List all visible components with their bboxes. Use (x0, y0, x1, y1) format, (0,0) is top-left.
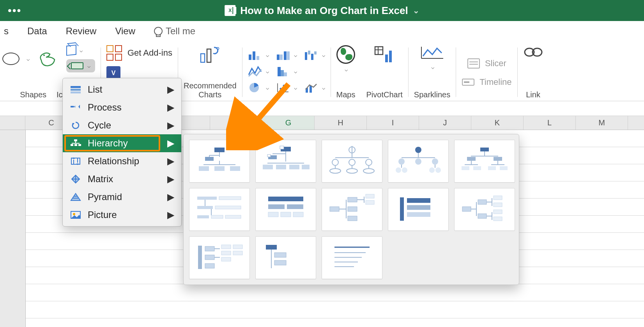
svg-rect-151 (478, 200, 487, 204)
bar-chart-button[interactable]: ⌵ (276, 49, 297, 61)
maps-button[interactable]: ⌵ Maps (331, 44, 361, 101)
lined-list-thumb[interactable] (322, 236, 382, 279)
col-i[interactable]: I (367, 116, 419, 130)
svg-rect-4 (249, 54, 251, 60)
half-circle-org-thumb[interactable] (388, 140, 449, 183)
svg-rect-2 (207, 49, 211, 62)
menu-pyramid[interactable]: Pyramid▶ (63, 188, 181, 206)
menu-relationship[interactable]: Relationship▶ (63, 152, 181, 170)
tab-view[interactable]: View (115, 26, 135, 37)
addins-icon[interactable] (106, 45, 122, 61)
svg-rect-22 (311, 54, 313, 60)
chevron-down-icon[interactable]: ⌵ (27, 56, 30, 62)
svg-point-59 (73, 213, 75, 215)
area-chart-button[interactable]: ⌵ (276, 65, 297, 77)
more-menu-icon[interactable]: ••• (8, 4, 21, 17)
menu-picture[interactable]: Picture▶ (63, 206, 181, 224)
document-title[interactable]: How to Make an Org Chart in Excel (240, 5, 408, 17)
labeled-hierarchy-thumb[interactable] (189, 188, 250, 231)
shapes-button[interactable] (0, 48, 22, 70)
addins-label[interactable]: Get Add-ins (127, 48, 172, 58)
slicer-icon (467, 58, 480, 69)
smartart-button[interactable]: ⌵ (66, 59, 95, 72)
pie-chart-button[interactable]: ⌵ (248, 82, 269, 93)
vertical-box-list-thumb[interactable] (255, 236, 316, 279)
tab-partial[interactable]: s (4, 26, 9, 37)
oval-icon (2, 53, 19, 65)
svg-point-99 (432, 158, 438, 165)
svg-rect-41 (71, 89, 81, 91)
svg-rect-80 (302, 165, 310, 169)
chevron-down-icon[interactable]: ⌵ (80, 47, 83, 53)
recommended-charts[interactable]: ? Recommended Charts (178, 44, 242, 101)
org-chart-thumb[interactable] (189, 140, 250, 183)
select-all-corner[interactable] (0, 116, 25, 130)
title-chevron-icon[interactable]: ⌄ (413, 6, 419, 15)
hierarchy-thumb[interactable] (454, 140, 515, 183)
svg-rect-12 (278, 67, 281, 76)
svg-rect-71 (280, 146, 284, 149)
horizontal-hierarchy-thumb[interactable] (388, 188, 449, 231)
svg-rect-142 (366, 194, 374, 198)
tell-me[interactable]: Tell me (154, 26, 195, 37)
svg-rect-134 (330, 207, 339, 211)
sparklines-button[interactable]: ⌵ Sparklines (409, 44, 456, 101)
svg-rect-10 (284, 51, 287, 60)
svg-rect-6 (257, 56, 259, 60)
col-m[interactable]: M (576, 116, 628, 130)
3d-models-icon[interactable] (66, 45, 76, 56)
tab-review[interactable]: Review (66, 26, 97, 37)
name-title-org-thumb[interactable] (322, 140, 382, 183)
submenu-arrow-icon: ▶ (167, 192, 174, 202)
pivotchart-button[interactable]: PivotChart (361, 44, 408, 101)
svg-point-104 (429, 167, 435, 173)
link-button[interactable]: Link (518, 44, 549, 101)
menu-process[interactable]: Process▶ (63, 98, 181, 116)
svg-rect-128 (268, 197, 303, 201)
lightbulb-icon (154, 27, 163, 35)
horizontal-labeled-thumb[interactable] (189, 236, 250, 279)
svg-rect-49 (78, 144, 81, 146)
picture-org-chart-thumb[interactable] (255, 140, 316, 183)
svg-rect-21 (308, 51, 310, 54)
combo-chart-button[interactable]: ⌵ (304, 82, 325, 93)
timeline-button[interactable]: Timeline (462, 77, 511, 88)
svg-rect-127 (225, 215, 241, 218)
horizontal-multi-level-thumb[interactable] (454, 188, 515, 231)
col-h[interactable]: H (315, 116, 367, 130)
icons-button[interactable] (37, 50, 57, 67)
col-k[interactable]: K (471, 116, 524, 130)
horizontal-org-thumb[interactable] (322, 188, 382, 231)
waterfall-chart-button[interactable]: ⌵ (304, 49, 325, 61)
col-j[interactable]: J (419, 116, 471, 130)
col-g[interactable]: G (262, 116, 315, 130)
line-chart-button[interactable]: ⌵ (248, 65, 269, 77)
table-hierarchy-thumb[interactable] (255, 188, 316, 231)
menu-cycle[interactable]: Cycle▶ (63, 116, 181, 134)
svg-rect-50 (71, 158, 80, 164)
submenu-arrow-icon: ▶ (167, 84, 174, 95)
slicer-button[interactable]: Slicer (467, 58, 506, 69)
svg-rect-26 (375, 47, 383, 54)
svg-rect-175 (274, 260, 286, 265)
menu-list[interactable]: List▶ (63, 81, 181, 98)
svg-rect-159 (494, 210, 502, 214)
svg-point-103 (402, 167, 407, 173)
col-f[interactable]: F (210, 116, 262, 130)
col-l[interactable]: L (524, 116, 576, 130)
scatter-chart-button[interactable]: ⌵ (276, 82, 297, 93)
svg-rect-37 (464, 81, 469, 83)
svg-rect-8 (277, 54, 280, 60)
menu-hierarchy[interactable]: Hierarchy▶ (63, 134, 181, 152)
submenu-arrow-icon: ▶ (167, 174, 174, 185)
svg-point-94 (415, 147, 421, 153)
svg-rect-73 (267, 155, 271, 157)
svg-rect-131 (268, 212, 278, 217)
process-icon (70, 103, 81, 112)
column-chart-button[interactable]: ⌵ (248, 49, 269, 61)
submenu-arrow-icon: ▶ (167, 156, 174, 167)
tab-data[interactable]: Data (27, 26, 47, 37)
svg-point-98 (415, 158, 421, 165)
hierarchy-gallery (183, 134, 519, 285)
menu-matrix[interactable]: Matrix▶ (63, 170, 181, 188)
